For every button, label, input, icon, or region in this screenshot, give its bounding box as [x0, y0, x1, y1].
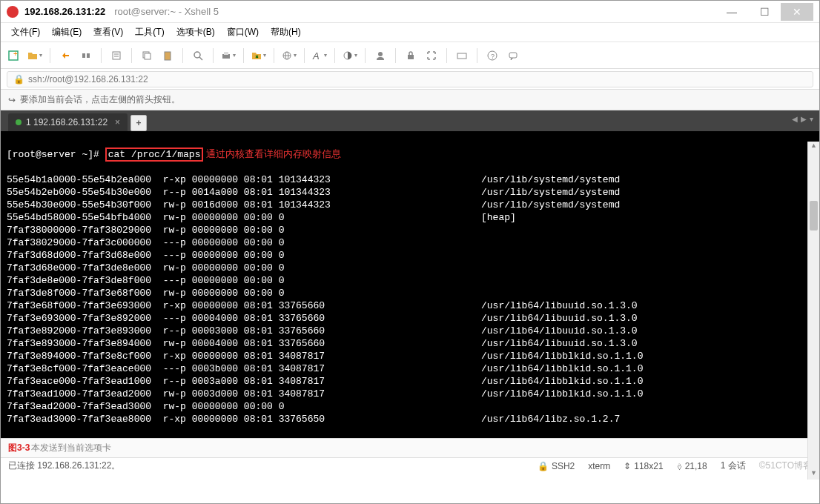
terminal[interactable]: [root@server ~]# cat /proc/1/maps通过内核查看详… — [1, 131, 819, 438]
toolbar: + A ? — [1, 42, 819, 69]
prompt-prefix: [root@server ~]# — [7, 149, 105, 160]
map-row: 7faf3eace000-7faf3ead1000 r--p 0003a000 … — [7, 375, 813, 388]
close-button[interactable]: ✕ — [781, 3, 813, 21]
feedback-icon[interactable] — [504, 47, 522, 64]
scroll-down-icon[interactable]: ▼ — [808, 469, 819, 480]
map-row: 7faf3e68f000-7faf3e693000 r-xp 00000000 … — [7, 299, 813, 312]
separator — [365, 48, 366, 63]
svg-text:A: A — [312, 50, 320, 61]
infobar: ↪ 要添加当前会话，点击左侧的箭头按钮。 — [1, 90, 819, 110]
svg-rect-6 — [145, 53, 151, 59]
tab-close-icon[interactable]: × — [115, 117, 120, 127]
reconnect-icon[interactable] — [56, 47, 74, 64]
tab-strip: 1 192.168.26.131:22 × + ◀ ▶ ▾ — [1, 110, 819, 131]
map-row: 7faf3e892000-7faf3e893000 r--p 00003000 … — [7, 325, 813, 337]
statusbar: 已连接 192.168.26.131:22。 🔒 SSH2 xterm ⇕ 11… — [1, 457, 819, 474]
keyboard-icon[interactable] — [453, 47, 471, 64]
svg-rect-7 — [165, 52, 171, 60]
color-icon[interactable] — [341, 47, 359, 64]
annotation-text: 通过内核查看详细内存映射信息 — [206, 149, 341, 160]
map-row: 55e54bd58000-55e54bfb4000 rw-p 00000000 … — [7, 211, 813, 224]
tab-list-icon[interactable]: ▾ — [810, 115, 813, 123]
new-session-icon[interactable]: + — [5, 47, 23, 64]
fullscreen-icon[interactable] — [423, 47, 440, 64]
url-box[interactable]: 🔒 ssh://root@192.168.26.131:22 — [7, 71, 813, 87]
status-dot-icon — [16, 119, 22, 125]
map-row: 55e54b30e000-55e54b30f000 rw-p 0016d000 … — [7, 199, 813, 211]
separator — [274, 48, 274, 63]
map-row: 7faf3ead3000-7faf3eae8000 r-xp 00000000 … — [7, 413, 813, 425]
url-text: ssh://root@192.168.26.131:22 — [28, 74, 148, 84]
menu-view[interactable]: 查看(V) — [87, 24, 129, 41]
font-icon[interactable]: A — [311, 47, 328, 64]
search-icon[interactable] — [189, 47, 207, 64]
minimize-button[interactable]: — — [715, 3, 748, 21]
title-ip: 192.168.26.131:22 — [24, 6, 105, 17]
tab-next-icon[interactable]: ▶ — [801, 115, 807, 123]
scroll-up-icon[interactable]: ▲ — [808, 142, 819, 152]
map-row: 7faf3e693000-7faf3e892000 ---p 00004000 … — [7, 312, 813, 325]
svg-rect-11 — [224, 52, 228, 55]
infobar-text: 要添加当前会话，点击左侧的箭头按钮。 — [20, 93, 180, 106]
svg-rect-19 — [457, 53, 466, 59]
separator — [213, 48, 214, 63]
xftp-icon[interactable] — [250, 47, 268, 64]
svg-rect-18 — [408, 55, 414, 59]
status-proto: 🔒 SSH2 — [538, 460, 575, 472]
print-icon[interactable] — [219, 47, 237, 64]
new-tab-button[interactable]: + — [130, 115, 147, 131]
svg-point-8 — [194, 52, 200, 58]
watermark: ©51CTO博客 — [759, 460, 812, 472]
menu-edit[interactable]: 编辑(E) — [46, 24, 87, 41]
user-icon[interactable] — [371, 47, 389, 64]
separator — [395, 48, 396, 63]
map-row: 7faf3e8cf000-7faf3eace000 ---p 0003b000 … — [7, 362, 813, 375]
addressbar: 🔒 ssh://root@192.168.26.131:22 — [1, 69, 819, 90]
copy-icon[interactable] — [138, 47, 156, 64]
map-row: 7faf3de8f000-7faf3e68f000 rw-p 00000000 … — [7, 287, 813, 299]
menu-window[interactable]: 窗口(W) — [221, 24, 265, 41]
window-controls: — ☐ ✕ — [715, 3, 813, 21]
command-highlight: cat /proc/1/maps — [105, 147, 204, 162]
disconnect-icon[interactable] — [77, 47, 95, 64]
menu-help[interactable]: 帮助(H) — [265, 24, 307, 41]
map-row: 7faf3ead2000-7faf3ead3000 rw-p 00000000 … — [7, 400, 813, 413]
menu-file[interactable]: 文件(F) — [5, 24, 46, 41]
menubar: 文件(F) 编辑(E) 查看(V) 工具(T) 选项卡(B) 窗口(W) 帮助(… — [1, 23, 819, 42]
tab-nav: ◀ ▶ ▾ — [792, 115, 813, 123]
map-row: 7faf3e894000-7faf3e8cf000 r-xp 00000000 … — [7, 350, 813, 362]
app-icon — [7, 6, 19, 18]
tab-prev-icon[interactable]: ◀ — [792, 115, 798, 123]
separator — [182, 48, 183, 63]
help-icon[interactable]: ? — [483, 47, 501, 64]
figure-bar: 图3-3 本发送到当前选项卡 — [1, 438, 819, 457]
lock-icon[interactable] — [402, 47, 420, 64]
status-sessions: 1 会话 — [721, 460, 746, 472]
separator — [243, 48, 244, 63]
scroll-thumb[interactable] — [810, 201, 818, 231]
maximize-button[interactable]: ☐ — [748, 3, 781, 21]
separator — [131, 48, 132, 63]
menu-tool[interactable]: 工具(T) — [129, 24, 170, 41]
lock-small-icon: 🔒 — [13, 74, 24, 84]
separator — [334, 48, 335, 63]
status-cursor: ⎀ 21,18 — [677, 460, 707, 472]
svg-point-17 — [378, 52, 383, 56]
vertical-scrollbar[interactable]: ▲ ▼ — [807, 142, 819, 480]
open-icon[interactable] — [26, 47, 44, 64]
properties-icon[interactable] — [108, 47, 125, 64]
map-row: 7faf3e893000-7faf3e894000 rw-p 00004000 … — [7, 337, 813, 350]
arrow-icon[interactable]: ↪ — [8, 95, 16, 105]
paste-icon[interactable] — [159, 47, 176, 64]
tab-label: 1 192.168.26.131:22 — [26, 117, 108, 127]
menu-tab[interactable]: 选项卡(B) — [171, 24, 221, 41]
svg-rect-24 — [509, 53, 517, 58]
globe-icon[interactable] — [280, 47, 298, 64]
separator — [477, 48, 477, 63]
title-subtitle: root@server:~ - Xshell 5 — [114, 6, 219, 17]
session-tab[interactable]: 1 192.168.26.131:22 × — [8, 113, 128, 131]
figure-label: 图3-3 — [8, 442, 30, 454]
status-term: xterm — [588, 460, 610, 472]
separator — [50, 48, 50, 63]
map-row: 7faf3d68d000-7faf3d68e000 ---p 00000000 … — [7, 249, 813, 262]
